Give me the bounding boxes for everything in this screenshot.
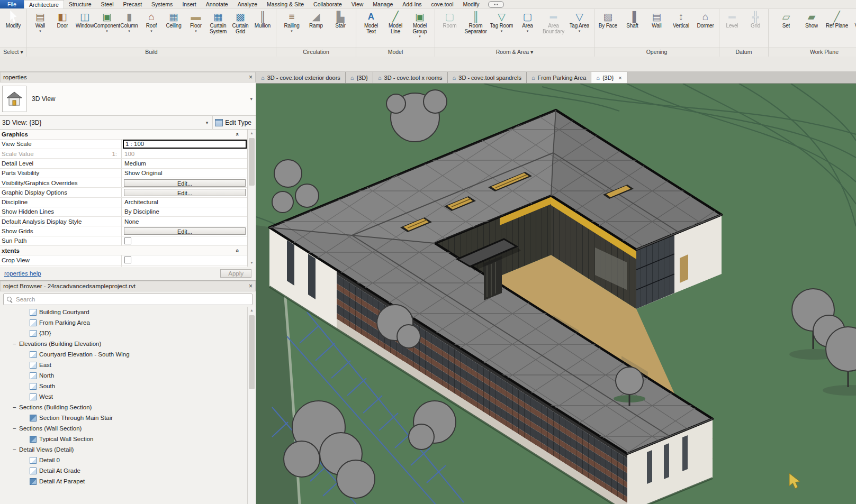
ceiling-button[interactable]: ▦ Ceiling bbox=[163, 10, 185, 29]
area-button[interactable]: ▢ Area ▾ bbox=[515, 10, 540, 33]
dormer-button[interactable]: ⌂ Dormer bbox=[693, 10, 718, 29]
edit-type-button[interactable]: Edit Type bbox=[212, 116, 256, 130]
component-button[interactable]: ▣ Component ▾ bbox=[96, 10, 118, 33]
ribbon-panel-label[interactable]: Build bbox=[27, 47, 276, 57]
browser-tree-item[interactable]: − Detail Views (Detail) bbox=[0, 444, 248, 455]
area-boundary-button[interactable]: ═ Area Boundary bbox=[540, 10, 566, 34]
property-row[interactable]: Discipline Architectural Architectural A… bbox=[0, 198, 248, 207]
view-tab[interactable]: From Parking Area bbox=[527, 72, 591, 83]
browser-tree-item[interactable]: Building Courtyard bbox=[0, 307, 248, 317]
property-row[interactable]: Show Grids Edit... Edit... Edit... bbox=[0, 226, 248, 236]
door-button[interactable]: ◧ Door bbox=[51, 10, 74, 29]
view-tab[interactable]: 3D - cove.tool exterior doors bbox=[256, 72, 346, 83]
property-row[interactable]: Graphic Display Options Edit... Edit... … bbox=[0, 188, 248, 197]
chevron-down-icon[interactable]: ▾ bbox=[206, 120, 209, 125]
ribbon-panel-label[interactable]: Work Plane bbox=[769, 47, 856, 57]
property-row[interactable]: xtents bbox=[0, 246, 248, 255]
browser-tree-item[interactable]: Section Through Main Stair bbox=[0, 413, 248, 423]
type-name[interactable]: 3D View: {3D} bbox=[2, 119, 206, 126]
collapse-icon[interactable] bbox=[236, 131, 248, 138]
wall-opening-button[interactable]: ▤ Wall bbox=[645, 10, 669, 29]
ribbon-tab[interactable]: Precast bbox=[119, 0, 147, 8]
tree-expander-icon[interactable]: − bbox=[13, 341, 19, 347]
ribbon-tab[interactable]: Modify bbox=[458, 0, 484, 8]
model-group-button[interactable]: ▣ Model Group ▾ bbox=[408, 10, 432, 38]
tag-area-button[interactable]: ▽ Tag Area ▾ bbox=[566, 10, 592, 33]
tag-room-button[interactable]: ▽ Tag Room ▾ bbox=[489, 10, 515, 33]
view-tab[interactable]: 3D - cove.tool x rooms bbox=[373, 72, 448, 83]
checkbox[interactable] bbox=[124, 237, 131, 244]
browser-tree-item[interactable]: {3D} bbox=[0, 328, 248, 338]
set-work-plane-button[interactable]: ▱ Set bbox=[773, 10, 799, 29]
browser-tree-item[interactable]: − Sections (Building Section) bbox=[0, 402, 248, 413]
view-tab[interactable]: 3D - cove.tool spandrels bbox=[448, 72, 527, 83]
ribbon-tab[interactable]: Systems bbox=[147, 0, 177, 8]
ribbon-tab[interactable]: cove.tool bbox=[427, 0, 458, 8]
viewer-button[interactable]: ◎ Viewer bbox=[850, 10, 856, 29]
show-work-plane-button[interactable]: ▰ Show bbox=[799, 10, 824, 29]
close-icon[interactable]: × bbox=[249, 74, 253, 81]
level-button[interactable]: ═ Level bbox=[720, 10, 744, 29]
apply-button[interactable]: Apply bbox=[220, 269, 251, 278]
browser-tree-item[interactable]: Detail At Parapet bbox=[0, 476, 248, 487]
value-input[interactable]: 1 : 100 bbox=[123, 140, 247, 149]
property-row[interactable]: View Scale 1 : 100 1 : 100 1 : 100 bbox=[0, 140, 248, 149]
browser-tree-item[interactable]: South bbox=[0, 381, 248, 391]
properties-help-link[interactable]: roperties help bbox=[4, 270, 41, 277]
collapse-icon[interactable] bbox=[236, 248, 248, 254]
browser-tree-item[interactable]: East bbox=[0, 360, 248, 370]
property-row[interactable]: Crop Region Visible bbox=[0, 265, 248, 267]
properties-scrollbar[interactable] bbox=[247, 130, 256, 267]
property-row[interactable]: Default Analysis Display Style None None… bbox=[0, 217, 248, 226]
property-row[interactable]: Show Hidden Lines By Discipline By Disci… bbox=[0, 207, 248, 217]
by-face-button[interactable]: ▧ By Face bbox=[596, 10, 620, 29]
edit-button[interactable]: Edit... bbox=[124, 189, 246, 196]
vertical-opening-button[interactable]: ↕ Vertical bbox=[669, 10, 693, 29]
grid-button[interactable]: ╬ Grid bbox=[744, 10, 767, 29]
type-selector[interactable]: 3D View ▾ bbox=[0, 83, 256, 116]
room-separator-button[interactable]: ║ Room Separator bbox=[463, 10, 489, 34]
ribbon-tab[interactable]: Steel bbox=[96, 0, 119, 8]
ribbon-panel-label[interactable]: Room & Area ▾ bbox=[435, 47, 594, 57]
curtain-grid-button[interactable]: ▩ Curtain Grid bbox=[229, 10, 251, 34]
search-input[interactable]: Search bbox=[3, 294, 253, 305]
browser-tree-item[interactable]: Typical Wall Section bbox=[0, 434, 248, 444]
browser-tree-item[interactable]: − Elevations (Building Elevation) bbox=[0, 338, 248, 349]
shaft-button[interactable]: ▐ Shaft bbox=[620, 10, 645, 29]
ribbon-panel-label[interactable]: Opening bbox=[594, 47, 719, 57]
roof-button[interactable]: ⌂ Roof ▾ bbox=[140, 10, 163, 33]
room-button[interactable]: ▢ Room bbox=[437, 10, 463, 29]
property-row[interactable]: Graphics bbox=[0, 130, 248, 139]
property-row[interactable]: Detail Level Medium Medium Medium bbox=[0, 159, 248, 168]
browser-tree-item[interactable]: − Sections (Wall Section) bbox=[0, 423, 248, 434]
tree-expander-icon[interactable]: − bbox=[13, 446, 19, 453]
3d-viewport[interactable] bbox=[256, 84, 856, 504]
view-tab[interactable]: {3D} × bbox=[591, 72, 627, 83]
ribbon-tab[interactable]: Insert bbox=[177, 0, 201, 8]
window-button[interactable]: ◫ Window bbox=[74, 10, 96, 29]
browser-scrollbar[interactable] bbox=[247, 307, 256, 504]
floor-button[interactable]: ▬ Floor ▾ bbox=[185, 10, 207, 33]
railing-button[interactable]: ≡ Railing ▾ bbox=[280, 10, 304, 33]
property-row[interactable]: Scale Value 1: 100 100 100 bbox=[0, 149, 248, 159]
ribbon-panel-label[interactable]: Select ▾ bbox=[0, 47, 26, 57]
property-row[interactable]: Visibility/Graphics Overrides Edit... Ed… bbox=[0, 178, 248, 188]
browser-tree-item[interactable]: Courtyard Elevation - South Wing bbox=[0, 349, 248, 360]
stair-button[interactable]: ▙ Stair bbox=[328, 10, 353, 29]
column-button[interactable]: ▮ Column ▾ bbox=[118, 10, 140, 33]
ribbon-panel-label[interactable]: Datum bbox=[719, 47, 768, 57]
ribbon-tab[interactable]: Architecture bbox=[24, 0, 64, 8]
property-row[interactable]: Sun Path bbox=[0, 236, 248, 246]
property-row[interactable]: Parts Visibility Show Original Show Orig… bbox=[0, 169, 248, 178]
selection-toggle-icon[interactable] bbox=[488, 1, 504, 8]
mullion-button[interactable]: ║ Mullion bbox=[251, 10, 274, 29]
edit-button[interactable]: Edit... bbox=[124, 179, 246, 187]
browser-tree-item[interactable]: Detail At Grade bbox=[0, 465, 248, 476]
ribbon-tab[interactable]: Add-Ins bbox=[398, 0, 426, 8]
ribbon-tab[interactable]: Annotate bbox=[201, 0, 233, 8]
view-tab[interactable]: {3D} bbox=[346, 72, 373, 83]
ribbon-tab[interactable]: Massing & Site bbox=[262, 0, 309, 8]
tree-expander-icon[interactable]: − bbox=[13, 425, 19, 432]
checkbox[interactable] bbox=[124, 256, 131, 263]
chevron-down-icon[interactable]: ▾ bbox=[250, 96, 253, 102]
